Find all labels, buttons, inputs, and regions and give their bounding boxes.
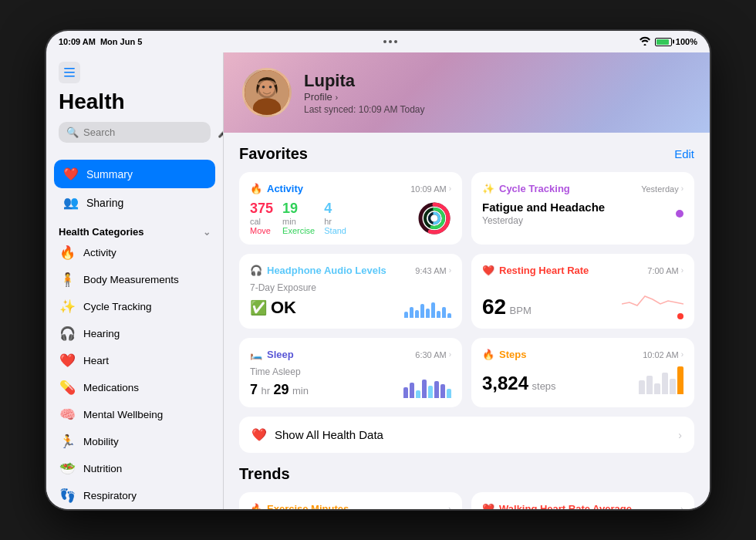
mini-bar-5 — [426, 309, 430, 318]
heart-rate-dot — [677, 313, 683, 319]
sidebar-header: Health 🔍 🎤 — [46, 62, 223, 160]
cat-cycle-tracking[interactable]: ✨ Cycle Tracking — [46, 293, 223, 320]
steps-icon: 🔥 — [482, 349, 494, 360]
sleep-minutes: 29 — [273, 382, 289, 397]
svg-rect-0 — [64, 68, 75, 69]
activity-rings — [417, 201, 451, 235]
main-content: Lupita Profile › Last synced: 10:09 AM T… — [224, 52, 710, 509]
steps-bar-3 — [654, 383, 660, 394]
profile-name: Lupita — [304, 71, 691, 91]
battery-percent: 100% — [676, 37, 697, 46]
sleep-card[interactable]: 🛏️ Sleep 6:30 AM › Time Asleep — [239, 338, 462, 407]
medications-label: Medications — [83, 382, 139, 393]
trends-section: Trends 🔥 Exercise Minutes › — [224, 465, 710, 509]
dot3 — [394, 40, 397, 43]
headphone-card[interactable]: 🎧 Headphone Audio Levels 9:43 AM › 7-Day… — [239, 254, 462, 329]
nav-item-sharing[interactable]: 👥 Sharing — [54, 188, 215, 217]
heart-rate-icon: ❤️ — [482, 265, 494, 276]
headphone-card-header: 🎧 Headphone Audio Levels 9:43 AM › — [250, 265, 451, 276]
cat-body-measurements[interactable]: 🧍 Body Measurements — [46, 266, 223, 293]
hearing-label: Hearing — [83, 328, 120, 339]
activity-card-time: 10:09 AM › — [410, 184, 451, 194]
cat-activity[interactable]: 🔥 Activity — [46, 239, 223, 266]
mobility-label: Mobility — [83, 436, 119, 447]
profile-info: Lupita Profile › Last synced: 10:09 AM T… — [304, 71, 691, 115]
nav-item-summary[interactable]: ❤️ Summary — [54, 160, 215, 188]
trend-exercise-icon: 🔥 — [250, 503, 262, 509]
trend-heart-icon: ❤️ — [482, 503, 494, 509]
profile-header: Lupita Profile › Last synced: 10:09 AM T… — [224, 52, 710, 133]
mini-bar-3 — [415, 310, 419, 318]
sleep-card-body: Time Asleep 7 hr 29 min — [250, 366, 451, 398]
headphone-card-body: 7-Day Exposure ✅ OK — [250, 282, 451, 318]
categories-label: Health Categories — [59, 226, 144, 238]
nutrition-label: Nutrition — [83, 463, 122, 474]
search-bar[interactable]: 🔍 🎤 — [59, 122, 211, 143]
cat-heart[interactable]: ❤️ Heart — [46, 347, 223, 374]
cat-mobility[interactable]: 🏃 Mobility — [46, 428, 223, 455]
battery-icon — [655, 38, 672, 46]
time: 10:09 AM — [59, 37, 96, 46]
move-stat: 375 cal Move — [250, 201, 273, 235]
summary-label: Summary — [86, 168, 133, 181]
show-all-icon: ❤️ — [251, 427, 267, 442]
exercise-unit: min — [282, 217, 315, 226]
heart-rate-value: 62 — [482, 295, 506, 319]
heart-rate-card[interactable]: ❤️ Resting Heart Rate 7:00 AM › 62 — [471, 254, 694, 329]
activity-card-title: 🔥 Activity — [250, 183, 303, 194]
headphone-card-title: 🎧 Headphone Audio Levels — [250, 265, 386, 276]
favorites-title: Favorites — [239, 145, 308, 163]
heart-rate-card-title: ❤️ Resting Heart Rate — [482, 265, 589, 276]
status-right: 100% — [639, 36, 697, 48]
date: Mon Jun 5 — [100, 37, 142, 46]
steps-value: 3,824 — [482, 373, 528, 393]
chevron-down-icon[interactable]: ⌄ — [203, 227, 211, 238]
cycle-dot — [676, 210, 683, 218]
steps-bar-6 — [677, 366, 683, 394]
sidebar-title: Health — [59, 89, 211, 114]
heart-rate-unit: BPM — [510, 305, 532, 316]
nav-section: ❤️ Summary 👥 Sharing — [46, 160, 223, 217]
sleep-bar-1 — [403, 387, 408, 398]
cycle-tracking-card[interactable]: ✨ Cycle Tracking Yesterday › Fatigue and… — [471, 172, 694, 245]
profile-link[interactable]: Profile › — [304, 91, 691, 103]
edit-button[interactable]: Edit — [674, 147, 694, 160]
activity-card[interactable]: 🔥 Activity 10:09 AM › 375 — [239, 172, 462, 245]
trend-exercise-header: 🔥 Exercise Minutes › — [250, 503, 451, 509]
cat-mental-wellbeing[interactable]: 🧠 Mental Wellbeing — [46, 401, 223, 428]
trend-exercise-title: 🔥 Exercise Minutes — [250, 503, 349, 509]
trend-walking-heart-rate[interactable]: ❤️ Walking Heart Rate Average › — [471, 492, 694, 509]
headphone-mini-bars — [404, 293, 451, 318]
search-input[interactable] — [83, 127, 213, 138]
steps-unit: steps — [532, 380, 556, 392]
trend-exercise-chevron-icon: › — [448, 504, 451, 510]
heart-rate-chart — [622, 282, 683, 319]
mini-bar-2 — [410, 307, 413, 318]
heart-rate-value-container: 62 BPM — [482, 295, 532, 319]
medications-icon: 💊 — [59, 380, 76, 396]
sleep-duration-label: Time Asleep — [250, 366, 309, 377]
trend-exercise-minutes[interactable]: 🔥 Exercise Minutes › — [239, 492, 462, 509]
sleep-bar-5 — [428, 386, 433, 398]
steps-card-body: 3,824 steps — [482, 366, 683, 394]
cycle-chevron-icon: › — [681, 184, 683, 193]
cat-respiratory[interactable]: 👣 Respiratory — [46, 482, 223, 509]
stand-unit: hr — [324, 217, 346, 226]
cat-nutrition[interactable]: 🥗 Nutrition — [46, 455, 223, 482]
activity-card-icon: 🔥 — [250, 183, 262, 194]
sleep-card-icon: 🛏️ — [250, 349, 262, 360]
sleep-card-time: 6:30 AM › — [415, 350, 451, 359]
svg-point-7 — [262, 86, 265, 89]
sleep-value-container: Time Asleep 7 hr 29 min — [250, 366, 309, 398]
profile-chevron-icon: › — [335, 93, 338, 102]
mic-icon[interactable]: 🎤 — [218, 127, 224, 138]
profile-sync: Last synced: 10:09 AM Today — [304, 104, 691, 115]
exercise-stat: 19 min Exercise — [282, 201, 315, 235]
cat-hearing[interactable]: 🎧 Hearing — [46, 320, 223, 347]
cat-medications[interactable]: 💊 Medications — [46, 374, 223, 401]
activity-card-body: 375 cal Move 19 min Exercise — [250, 201, 451, 235]
sidebar-menu-icon[interactable] — [59, 62, 80, 83]
show-all-health-data[interactable]: ❤️ Show All Health Data › — [239, 417, 694, 453]
cycle-symptom: Fatigue and Headache — [482, 201, 605, 214]
steps-card[interactable]: 🔥 Steps 10:02 AM › 3,824 steps — [471, 338, 694, 407]
